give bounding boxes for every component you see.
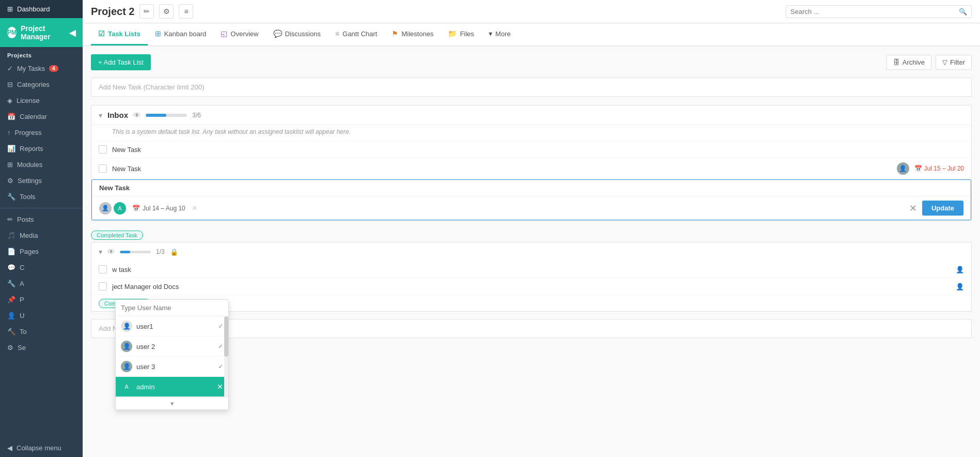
search-input[interactable] (790, 8, 956, 16)
section2-progress-bar (120, 251, 151, 253)
update-task-button[interactable]: Update (922, 201, 963, 216)
sidebar-item-my-tasks[interactable]: ✓ My Tasks 4 (0, 60, 83, 77)
dashboard-icon: ⊞ (7, 5, 13, 13)
tab-more[interactable]: ▾ More (481, 23, 518, 45)
dropdown-scroll-down[interactable]: ▾ (116, 397, 228, 409)
scrollbar-thumb[interactable] (224, 316, 228, 357)
user-check-icon: ✓ (218, 343, 223, 350)
posts-icon: ✏ (7, 216, 13, 223)
add-task-list-button[interactable]: + Add Task List (91, 54, 151, 70)
list-item[interactable]: 👤 user1 ✓ (116, 316, 228, 337)
content-area: + Add Task List 🗄 Archive ▽ Filter Add N… (83, 46, 980, 457)
calendar-icon-expanded: 📅 (132, 205, 140, 212)
clear-date-button[interactable]: ✕ (192, 204, 197, 212)
list-item[interactable]: 👤 user 2 ✓ (116, 337, 228, 357)
sidebar: ⊞ Dashboard PM Project Manager ◀ Project… (0, 0, 83, 457)
tools-icon: 🔧 (7, 193, 15, 201)
collapse-icon: ◀ (7, 444, 12, 452)
section2-eye-icon[interactable]: 👁 (107, 248, 115, 256)
table-row: ject Manager old Docs 👤 (91, 278, 971, 295)
page-title: Project 2 (91, 6, 134, 18)
tab-task-lists[interactable]: ☑ Task Lists (91, 23, 148, 45)
sidebar-item-progress[interactable]: ↑ Progress (0, 125, 83, 141)
tab-overview[interactable]: ◱ Overview (213, 23, 266, 45)
completed-task-badge[interactable]: Completed Task (91, 231, 143, 240)
task-checkbox-1[interactable] (99, 145, 107, 154)
sidebar-item-to[interactable]: 🔨 To (0, 324, 83, 340)
filter-button[interactable]: ▽ Filter (936, 55, 972, 70)
task-s2-checkbox-1[interactable] (99, 265, 107, 273)
section2-toggle[interactable]: ▾ (99, 248, 102, 256)
sidebar-item-dashboard[interactable]: ⊞ Dashboard (0, 0, 83, 18)
c-icon: 💬 (7, 264, 15, 271)
edit-title-button[interactable]: ✏ (139, 4, 154, 19)
list-item[interactable]: 👤 user 3 ✓ (116, 357, 228, 377)
sidebar-item-media[interactable]: 🎵 Media (0, 227, 83, 243)
section2-header: ▾ 👁 1/3 🔒 (91, 242, 971, 261)
sidebar-item-license[interactable]: ◈ License (0, 93, 83, 109)
overview-icon: ◱ (221, 29, 227, 38)
inbox-eye-icon[interactable]: 👁 (133, 111, 141, 119)
sidebar-item-u[interactable]: 👤 U (0, 308, 83, 324)
pm-arrow-icon: ◀ (69, 28, 75, 38)
table-row: w task 👤 (91, 261, 971, 278)
modules-icon: ⊞ (7, 161, 13, 169)
inbox-section: ▾ Inbox 👁 3/6 This is a system default t… (91, 105, 972, 221)
tab-milestones[interactable]: ⚑ Milestones (384, 23, 441, 45)
task-checkbox-2[interactable] (99, 164, 107, 173)
sidebar-item-categories[interactable]: ⊟ Categories (0, 77, 83, 93)
tab-kanban-board[interactable]: ⊞ Kanban board (148, 23, 214, 45)
expanded-task-body: 👤 A 📅 Jul 14 – Aug 10 ✕ ✕ Update (92, 196, 971, 220)
sidebar-item-settings[interactable]: ⚙ Settings (0, 173, 83, 189)
sidebar-item-calendar[interactable]: 📅 Calendar (0, 109, 83, 125)
inbox-section-header: ▾ Inbox 👁 3/6 (91, 105, 971, 125)
my-tasks-icon: ✓ (7, 65, 13, 72)
section2-progress-fill (120, 251, 130, 253)
notes-button[interactable]: ≡ (179, 4, 193, 19)
collapse-menu-btn[interactable]: ◀ Collapse menu (0, 439, 83, 457)
close-task-button[interactable]: ✕ (909, 203, 917, 214)
sidebar-item-tools[interactable]: 🔧 Tools (0, 189, 83, 205)
page-header: Project 2 ✏ ⚙ ≡ 🔍 (83, 0, 980, 23)
add-new-task-bar[interactable]: Add New Task (Character limit 200) (91, 78, 972, 97)
sidebar-item-p[interactable]: 📌 P (0, 292, 83, 308)
inbox-progress-bar (146, 114, 187, 117)
sidebar-item-c[interactable]: 💬 C (0, 260, 83, 276)
tab-gantt-chart[interactable]: ≡ Gantt Chart (328, 23, 384, 45)
settings-icon: ⚙ (7, 177, 13, 185)
avatar: A (114, 202, 126, 215)
archive-button[interactable]: 🗄 Archive (886, 55, 931, 70)
inbox-toggle[interactable]: ▾ (99, 111, 102, 119)
main-content: Project 2 ✏ ⚙ ≡ 🔍 ☑ Task Lists ⊞ Kanban … (83, 0, 980, 457)
task-expanded-date: 📅 Jul 14 – Aug 10 (132, 205, 185, 212)
u-icon: 👤 (7, 312, 15, 319)
calendar-icon: 📅 (7, 113, 15, 120)
pages-icon: 📄 (7, 248, 15, 255)
avatar: 👤 (897, 162, 909, 175)
projects-section-title: Projects (0, 47, 83, 60)
user-search-container (116, 300, 228, 316)
user-dropdown: 👤 user1 ✓ 👤 user 2 ✓ 👤 user 3 ✓ (115, 299, 229, 410)
to-icon: 🔨 (7, 328, 15, 336)
list-item[interactable]: A admin ✕ (116, 377, 228, 397)
sidebar-item-modules[interactable]: ⊞ Modules (0, 157, 83, 173)
tab-discussions[interactable]: 💬 Discussions (266, 23, 328, 45)
milestones-icon: ⚑ (392, 29, 398, 38)
gantt-icon: ≡ (335, 29, 339, 38)
completed-task-row: Completed Task (91, 228, 972, 242)
task-s2-checkbox-2[interactable] (99, 282, 107, 291)
sidebar-item-project-manager[interactable]: PM Project Manager ◀ (0, 18, 83, 47)
user-remove-icon[interactable]: ✕ (217, 383, 223, 391)
my-tasks-badge: 4 (49, 65, 58, 72)
sidebar-item-pages[interactable]: 📄 Pages (0, 243, 83, 260)
media-icon: 🎵 (7, 232, 15, 239)
sidebar-item-a[interactable]: 🔧 A (0, 276, 83, 292)
table-row: New Task 👤 📅 Jul 15 – Jul 20 (91, 158, 971, 179)
sidebar-item-posts[interactable]: ✏ Posts (0, 211, 83, 227)
sidebar-item-se[interactable]: ⚙ Se (0, 340, 83, 356)
tab-files[interactable]: 📁 Files (441, 23, 481, 45)
settings-button[interactable]: ⚙ (159, 4, 174, 19)
sidebar-item-reports[interactable]: 📊 Reports (0, 141, 83, 157)
user-search-input[interactable] (121, 304, 223, 312)
a-icon: 🔧 (7, 280, 15, 287)
